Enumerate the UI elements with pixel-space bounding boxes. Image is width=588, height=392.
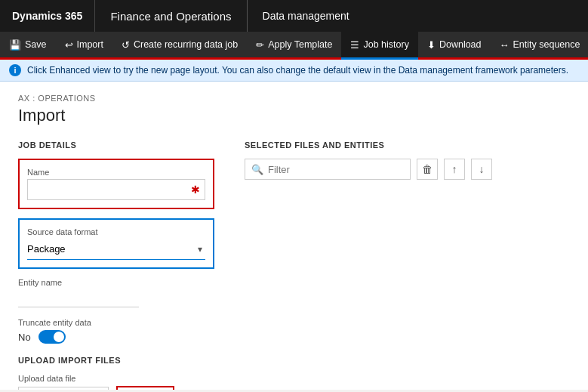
upload-section-label: UPLOAD IMPORT FILES xyxy=(18,356,214,365)
filter-search-icon: 🔍 xyxy=(251,164,263,175)
entity-button[interactable]: ↔ Entity sequence xyxy=(491,32,588,57)
content-grid: JOB DETAILS Name ✱ Source data format Pa… xyxy=(18,140,570,390)
save-icon: 💾 xyxy=(9,39,21,51)
source-format-select-wrap: Package CSV Excel XML-Element ▾ xyxy=(27,239,205,260)
history-button[interactable]: ☰ Job history xyxy=(341,32,417,60)
required-star: ✱ xyxy=(191,184,200,196)
save-label: Save xyxy=(25,39,47,50)
info-banner: i Click Enhanced view to try the new pag… xyxy=(0,60,588,82)
template-label: Apply Template xyxy=(268,39,332,50)
source-format-select[interactable]: Package CSV Excel XML-Element xyxy=(27,243,195,255)
entity-icon: ↔ xyxy=(500,39,509,51)
toolbar: 💾 Save ↩ Import ↺ Create recurring data … xyxy=(0,32,588,60)
history-label: Job history xyxy=(363,39,408,50)
recurring-button[interactable]: ↺ Create recurring data job xyxy=(112,32,247,57)
template-icon: ✏ xyxy=(256,39,264,51)
main-content: AX : OPERATIONS Import JOB DETAILS Name … xyxy=(0,82,588,390)
job-details-label: JOB DETAILS xyxy=(18,140,214,150)
move-down-icon[interactable]: ↓ xyxy=(471,159,492,180)
truncate-toggle-row: No xyxy=(18,330,214,344)
right-panel: SELECTED FILES AND ENTITIES 🔍 🗑 ↑ ↓ xyxy=(245,140,570,390)
filter-input[interactable] xyxy=(268,164,404,175)
truncate-field: Truncate entity data No xyxy=(18,318,214,344)
history-icon: ☰ xyxy=(350,39,359,51)
entities-label: SELECTED FILES AND ENTITIES xyxy=(245,140,570,150)
module-label-area[interactable]: Data management xyxy=(248,0,365,32)
entity-name-label: Entity name xyxy=(18,278,214,287)
name-input-wrap: ✱ xyxy=(27,179,205,200)
recurring-icon: ↺ xyxy=(122,39,130,51)
upload-button[interactable]: Upload xyxy=(116,386,174,390)
source-format-label: Source data format xyxy=(27,227,205,236)
page-title: Import xyxy=(18,106,570,125)
app-label-area: Finance and Operations xyxy=(95,0,247,32)
module-name: Data management xyxy=(263,10,349,22)
import-button[interactable]: ↩ Import xyxy=(56,32,112,57)
import-icon: ↩ xyxy=(65,39,73,51)
entity-name-input[interactable] xyxy=(18,289,139,307)
name-field-group: Name ✱ xyxy=(18,159,214,209)
brand-label: Dynamics 365 xyxy=(12,10,82,22)
upload-file-label: Upload data file xyxy=(18,374,214,383)
upload-file-input[interactable] xyxy=(18,387,109,390)
save-button[interactable]: 💾 Save xyxy=(0,32,56,57)
filter-box: 🔍 xyxy=(245,159,411,180)
truncate-label: Truncate entity data xyxy=(18,318,214,327)
toggle-knob xyxy=(54,332,64,342)
import-label: Import xyxy=(77,39,103,50)
left-panel: JOB DETAILS Name ✱ Source data format Pa… xyxy=(18,140,214,390)
brand-logo[interactable]: Dynamics 365 xyxy=(0,0,95,32)
breadcrumb: AX : OPERATIONS xyxy=(18,94,570,103)
download-button[interactable]: ⬇ Download xyxy=(418,32,491,57)
filter-row: 🔍 🗑 ↑ ↓ xyxy=(245,159,570,180)
entity-name-field: Entity name xyxy=(18,278,214,307)
truncate-value: No xyxy=(18,332,31,343)
upload-section: UPLOAD IMPORT FILES Upload data file Upl… xyxy=(18,356,214,390)
delete-icon[interactable]: 🗑 xyxy=(417,159,438,180)
name-input[interactable] xyxy=(32,184,191,196)
source-format-group: Source data format Package CSV Excel XML… xyxy=(18,218,214,269)
name-label: Name xyxy=(27,168,205,177)
app-name: Finance and Operations xyxy=(110,10,231,23)
download-icon: ⬇ xyxy=(427,39,436,51)
upload-row: Upload xyxy=(18,386,214,390)
info-message: Click Enhanced view to try the new page … xyxy=(27,65,568,76)
template-button[interactable]: ✏ Apply Template xyxy=(247,32,341,57)
entity-label: Entity sequence xyxy=(513,39,580,50)
recurring-label: Create recurring data job xyxy=(134,39,238,50)
top-nav: Dynamics 365 Finance and Operations Data… xyxy=(0,0,588,32)
download-label: Download xyxy=(439,39,482,50)
move-up-icon[interactable]: ↑ xyxy=(444,159,465,180)
info-icon: i xyxy=(9,64,21,76)
chevron-down-icon: ▾ xyxy=(195,244,205,255)
truncate-toggle[interactable] xyxy=(38,330,66,344)
